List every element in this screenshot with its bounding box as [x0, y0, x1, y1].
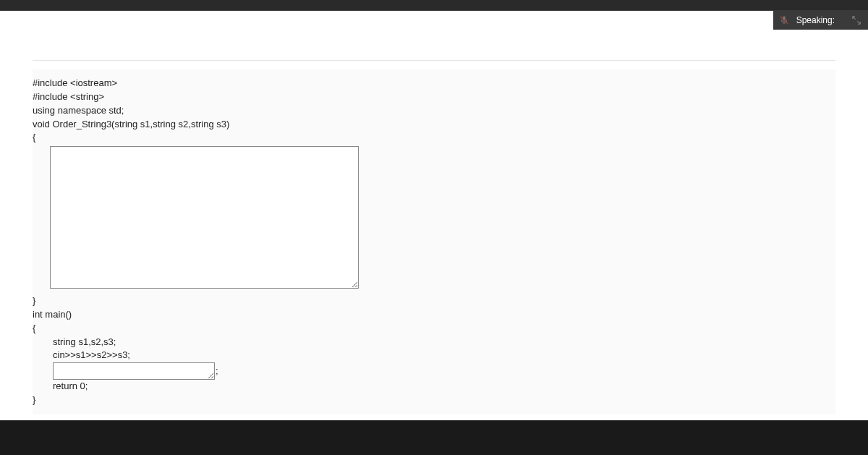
code-line: int main() — [33, 308, 835, 322]
code-line: void Order_String3(string s1,string s2,s… — [33, 118, 835, 132]
function-call-input[interactable] — [53, 362, 215, 380]
main-content-panel: #include <iostream> #include <string> us… — [0, 11, 868, 420]
code-line: { — [33, 131, 835, 145]
code-line: cin>>s1>>s2>>s3; — [33, 349, 835, 362]
code-line: } — [33, 394, 835, 407]
content-area: #include <iostream> #include <string> us… — [0, 11, 868, 420]
fullscreen-icon[interactable] — [851, 14, 862, 26]
call-input-row: ; — [33, 362, 835, 380]
code-line: string s1,s2,s3; — [33, 336, 835, 349]
code-line: return 0; — [33, 380, 835, 394]
code-fill-block: #include <iostream> #include <string> us… — [33, 69, 835, 414]
code-line: { — [33, 322, 835, 336]
code-line: using namespace std; — [33, 104, 835, 118]
function-body-input[interactable] — [50, 146, 359, 289]
speaking-indicator-bar: Speaking: — [773, 11, 868, 30]
speaking-label: Speaking: — [796, 15, 835, 25]
divider — [33, 60, 835, 61]
code-line: #include <string> — [33, 90, 835, 104]
code-semicolon: ; — [216, 365, 218, 378]
mic-muted-icon — [779, 15, 789, 25]
window-top-bar — [0, 0, 868, 11]
code-line: #include <iostream> — [33, 77, 835, 90]
code-line: } — [33, 294, 835, 308]
